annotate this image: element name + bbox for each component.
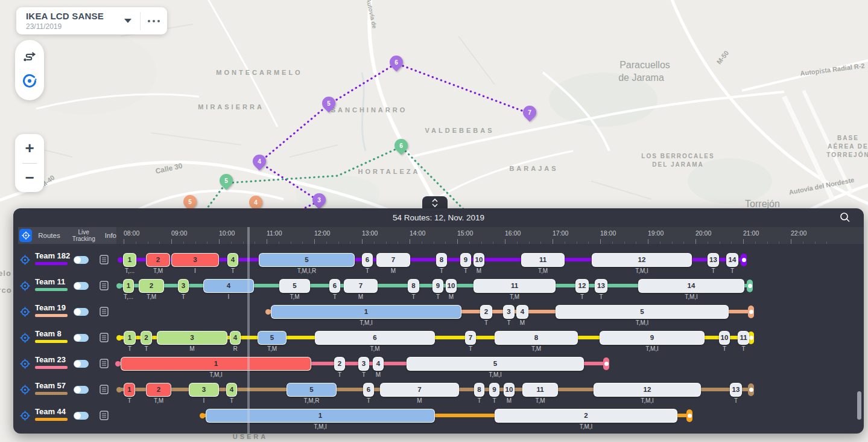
route-stop[interactable]: 11 xyxy=(474,279,556,293)
route-stop[interactable]: 8 xyxy=(408,279,419,293)
map-pin[interactable]: 7 xyxy=(520,103,539,121)
route-stop[interactable]: 3 xyxy=(503,305,515,319)
route-stop[interactable]: 3 xyxy=(358,357,369,371)
route-stop[interactable]: 11 xyxy=(738,331,749,345)
route-stop[interactable]: 9 xyxy=(600,331,705,345)
scrollbar-thumb[interactable] xyxy=(857,391,861,420)
route-stop[interactable]: 7 xyxy=(344,279,378,293)
route-stop[interactable]: 14 xyxy=(638,279,744,293)
route-stop[interactable]: 8 xyxy=(474,383,484,397)
route-stop[interactable]: 2 xyxy=(146,383,171,397)
route-stop[interactable]: 5 xyxy=(556,305,729,319)
route-stop[interactable]: 4 xyxy=(373,357,384,371)
route-stop[interactable]: 9 xyxy=(432,279,443,293)
route-stop[interactable]: 2 xyxy=(141,331,152,345)
info-icon[interactable] xyxy=(100,411,109,423)
route-stop[interactable]: 2 xyxy=(146,253,170,267)
route-stop[interactable]: 6 xyxy=(329,279,340,293)
info-icon[interactable] xyxy=(100,281,109,293)
route-stop[interactable]: 11 xyxy=(522,383,558,397)
route-stop[interactable]: 6 xyxy=(362,253,373,267)
zoom-in-button[interactable]: + xyxy=(15,134,44,163)
live-tracking-toggle[interactable] xyxy=(74,412,89,420)
route-stop[interactable]: 1 xyxy=(124,383,135,397)
live-tracking-icon[interactable] xyxy=(22,73,37,91)
route-stop[interactable]: 7 xyxy=(380,383,459,397)
route-stop[interactable]: 10 xyxy=(474,253,484,267)
route-stop[interactable]: 9 xyxy=(460,253,471,267)
info-icon[interactable] xyxy=(100,255,109,267)
team-target-icon[interactable] xyxy=(20,307,30,319)
route-stop[interactable]: 4 xyxy=(226,383,237,397)
route-stop[interactable]: 12 xyxy=(575,279,589,293)
route-stop[interactable]: 10 xyxy=(446,279,457,293)
route-stop[interactable]: 4 xyxy=(516,305,528,319)
route-stop[interactable]: 5 xyxy=(279,279,310,293)
info-icon[interactable] xyxy=(100,359,109,371)
route-stop[interactable]: 4 xyxy=(203,279,254,293)
route-stop[interactable]: 12 xyxy=(592,253,692,267)
route-stop[interactable]: 1 xyxy=(121,357,311,371)
map-pin[interactable]: 6 xyxy=(391,136,410,155)
route-stop[interactable]: 12 xyxy=(594,383,701,397)
live-tracking-toggle[interactable] xyxy=(74,386,89,394)
map-pin[interactable]: 4 xyxy=(250,152,268,170)
team-target-icon[interactable] xyxy=(20,411,30,423)
team-target-icon[interactable] xyxy=(20,255,30,267)
team-target-icon[interactable] xyxy=(20,359,30,371)
live-tracking-toggle[interactable] xyxy=(74,256,89,264)
route-stop[interactable]: 3 xyxy=(157,331,227,345)
route-stop[interactable]: 3 xyxy=(178,279,189,293)
route-stop[interactable]: 2 xyxy=(139,279,164,293)
team-target-icon[interactable] xyxy=(20,385,30,397)
live-tracking-toggle[interactable] xyxy=(74,334,89,342)
route-stop[interactable]: 9 xyxy=(489,383,499,397)
route-stop[interactable]: 2 xyxy=(480,305,492,319)
info-icon[interactable] xyxy=(100,307,109,319)
route-stop[interactable]: 6 xyxy=(363,383,374,397)
map-pin[interactable]: 3 xyxy=(309,190,328,209)
team-target-icon[interactable] xyxy=(20,333,30,345)
route-stop[interactable]: 3 xyxy=(189,383,219,397)
route-stop[interactable]: 2 xyxy=(334,357,345,371)
route-stop[interactable]: 1 xyxy=(271,305,461,319)
route-stop[interactable]: 13 xyxy=(730,383,742,397)
route-stop[interactable]: 13 xyxy=(708,253,719,267)
route-stop[interactable]: 11 xyxy=(521,253,565,267)
route-stop[interactable]: 14 xyxy=(726,253,738,267)
live-tracking-toggle[interactable] xyxy=(74,282,89,290)
route-stop[interactable]: 1 xyxy=(123,253,136,267)
route-stop[interactable]: 5 xyxy=(287,383,337,397)
route-stop[interactable]: 8 xyxy=(436,253,447,267)
route-stop[interactable]: 7 xyxy=(465,331,476,345)
map-pin[interactable]: 6 xyxy=(387,53,405,71)
route-stop[interactable]: 10 xyxy=(504,383,515,397)
route-stop[interactable]: 4 xyxy=(227,253,238,267)
chevron-down-icon[interactable] xyxy=(124,19,131,23)
route-stop[interactable]: 5 xyxy=(407,357,584,371)
live-tracking-toggle[interactable] xyxy=(74,360,89,368)
more-menu-button[interactable] xyxy=(141,20,167,22)
target-header-icon[interactable] xyxy=(19,229,32,242)
map-pin[interactable]: 5 xyxy=(319,94,338,112)
route-stop[interactable]: 1 xyxy=(123,279,134,293)
route-stop[interactable]: 1 xyxy=(124,331,136,345)
route-stop[interactable]: 4 xyxy=(230,331,241,345)
route-stop[interactable]: 8 xyxy=(495,331,578,345)
route-stop[interactable]: 13 xyxy=(595,279,607,293)
route-stop[interactable]: 7 xyxy=(376,253,410,267)
panel-expand-handle[interactable] xyxy=(422,196,448,210)
route-stop[interactable]: 6 xyxy=(315,331,435,345)
route-stop[interactable]: 10 xyxy=(719,331,730,345)
route-stop[interactable]: 5 xyxy=(259,253,355,267)
zoom-out-button[interactable]: − xyxy=(15,164,44,193)
info-icon[interactable] xyxy=(100,385,109,397)
route-stop[interactable]: 1 xyxy=(206,409,435,423)
route-icon[interactable] xyxy=(22,50,37,66)
search-icon[interactable] xyxy=(840,212,851,225)
route-stop[interactable]: 5 xyxy=(258,331,287,345)
route-stop[interactable]: 3 xyxy=(171,253,219,267)
live-tracking-toggle[interactable] xyxy=(74,308,89,316)
team-target-icon[interactable] xyxy=(20,281,30,293)
route-stop[interactable]: 2 xyxy=(495,409,677,423)
